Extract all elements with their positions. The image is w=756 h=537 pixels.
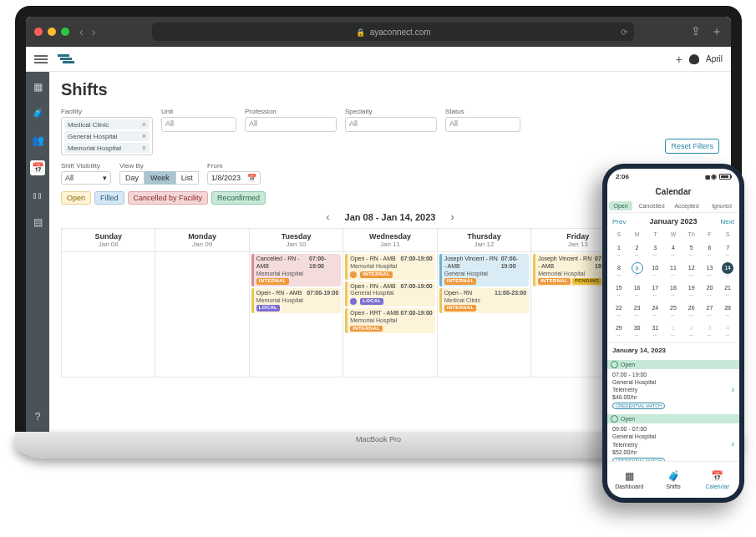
next-month-button[interactable]: Next (721, 218, 734, 225)
add-button[interactable]: + (676, 53, 682, 66)
viewby-list-button[interactable]: List (175, 171, 199, 185)
profession-select[interactable]: All (245, 117, 337, 132)
shift-list-item[interactable]: Open 09:00 - 07:00 General Hospital Tele… (607, 412, 739, 461)
share-icon[interactable]: ⇪ (691, 24, 701, 39)
calendar-day[interactable]: 1•• (610, 240, 628, 259)
calendar-day[interactable]: 21•• (718, 280, 737, 299)
back-icon[interactable]: ‹ (79, 25, 84, 38)
prev-month-button[interactable]: Prev (612, 218, 626, 225)
forward-icon[interactable]: › (92, 25, 96, 38)
calendar-day[interactable]: 23•• (628, 300, 647, 319)
from-date-input[interactable]: 1/8/2023📅 (207, 171, 261, 185)
day-cell-tue[interactable]: Cancelled - RN - AMB07:00-19:00 Memorial… (250, 252, 343, 377)
calendar-day[interactable]: 31•• (646, 320, 664, 339)
status-select[interactable]: All (445, 117, 520, 132)
phone-tab-ignored[interactable]: Ignored (704, 200, 739, 212)
sidebar-people-icon[interactable]: 👥 (31, 134, 44, 147)
day-header: WednesdayJan 11 (343, 229, 437, 252)
sidebar-calendar-icon[interactable]: 📅 (30, 160, 45, 175)
reset-filters-button[interactable]: Reset Filters (665, 139, 719, 154)
pill-open[interactable]: Open (61, 191, 91, 205)
calendar-day[interactable]: 13•• (701, 260, 719, 279)
calendar-day[interactable]: 25•• (664, 300, 682, 319)
address-bar[interactable]: ayaconnect.com ⟳ (152, 23, 634, 41)
calendar-day[interactable]: 2•• (628, 240, 647, 259)
calendar-day[interactable]: 9•• (628, 260, 647, 279)
viewby-day-button[interactable]: Day (119, 171, 145, 185)
calendar-day[interactable]: 5•• (682, 240, 701, 259)
day-cell-thu[interactable]: Joseph Vincent - RN - AMB07:00-19:00 Gen… (438, 252, 531, 377)
calendar-day[interactable]: 3•• (646, 240, 664, 259)
shift-card[interactable]: Joseph Vincent - RN - AMB07:00-19:00 Gen… (439, 254, 529, 286)
reload-icon[interactable]: ⟳ (621, 28, 627, 37)
day-cell-mon[interactable] (155, 252, 249, 377)
sidebar-reports-icon[interactable]: ⫾⫾ (31, 189, 44, 202)
close-icon[interactable] (34, 28, 43, 36)
calendar-day[interactable]: 11•• (664, 260, 682, 279)
sidebar-help-icon[interactable]: ? (31, 410, 44, 423)
calendar-day[interactable]: 24•• (646, 300, 664, 319)
calendar-day[interactable]: 4•• (718, 320, 737, 339)
remove-chip-icon[interactable]: × (142, 144, 146, 152)
specialty-select[interactable]: All (345, 117, 437, 132)
calendar-day[interactable]: 6•• (701, 240, 719, 259)
next-week-icon[interactable]: › (450, 211, 454, 223)
phone-tab-accepted[interactable]: Accepted (669, 200, 704, 212)
phone-tab-open[interactable]: Open (609, 201, 632, 210)
calendar-day[interactable]: 7•• (718, 240, 737, 259)
calendar-day[interactable]: 15•• (610, 280, 628, 299)
prev-week-icon[interactable]: ‹ (327, 211, 330, 223)
calendar-day[interactable]: 8•• (610, 260, 628, 279)
remove-chip-icon[interactable]: × (142, 120, 146, 129)
facility-select[interactable]: Medical Clinic× General Hospital× Memori… (61, 117, 153, 155)
tabbar-dashboard[interactable]: ▦Dashboard (607, 462, 652, 498)
phone-tab-cancelled[interactable]: Cancelled (634, 200, 669, 212)
shift-card[interactable]: Open - RN - AMB07:00-19:00 Memorial Hosp… (251, 288, 341, 313)
calendar-day[interactable]: 17•• (646, 280, 664, 299)
shift-card[interactable]: Cancelled - RN - AMB07:00-19:00 Memorial… (251, 254, 341, 286)
calendar-day[interactable]: 10•• (646, 260, 664, 279)
shift-list-item[interactable]: Open 07:00 - 19:00 General Hospital Tele… (607, 357, 739, 412)
calendar-day[interactable]: 19•• (682, 280, 701, 299)
new-tab-icon[interactable]: ＋ (711, 24, 723, 39)
sidebar-documents-icon[interactable]: ▤ (31, 215, 44, 229)
menu-icon[interactable] (34, 55, 48, 63)
calendar-day[interactable]: 2•• (682, 320, 701, 339)
shift-visibility-select[interactable]: All ▾ (61, 171, 111, 185)
browser-nav: ‹ › (79, 25, 95, 38)
day-cell-sun[interactable] (62, 252, 155, 377)
shift-card[interactable]: Open - RRT - AMB07:00-19:00 Memorial Hos… (345, 308, 434, 333)
user-name[interactable]: April (706, 54, 723, 63)
tabbar-calendar[interactable]: 📅Calendar (695, 462, 739, 498)
calendar-day[interactable]: 28•• (718, 300, 737, 319)
minimize-icon[interactable] (48, 28, 56, 36)
shift-card[interactable]: Open - RN - AMB07:00-19:00 Memorial Hosp… (345, 254, 434, 280)
shift-card[interactable]: Open - RN - AMB07:00-19:00 General Hospi… (345, 281, 434, 307)
viewby-week-button[interactable]: Week (145, 171, 175, 185)
calendar-day[interactable]: 14•• (718, 260, 737, 279)
calendar-day[interactable]: 26•• (682, 300, 701, 319)
calendar-day[interactable]: 3•• (701, 320, 719, 339)
day-cell-wed[interactable]: Open - RN - AMB07:00-19:00 Memorial Hosp… (343, 252, 437, 377)
sidebar-dashboard-icon[interactable]: ▦ (31, 80, 44, 94)
pill-cancelled[interactable]: Cancelled by Facility (128, 191, 209, 205)
calendar-day[interactable]: 12•• (682, 260, 701, 279)
tabbar-shifts[interactable]: 🧳Shifts (652, 462, 696, 498)
calendar-day[interactable]: 30•• (628, 320, 647, 339)
calendar-day[interactable]: 4•• (664, 240, 682, 259)
user-icon[interactable] (689, 54, 699, 64)
pill-reconfirmed[interactable]: Reconfirmed (211, 191, 266, 205)
calendar-day[interactable]: 29•• (610, 320, 628, 339)
calendar-day[interactable]: 22•• (610, 300, 628, 319)
remove-chip-icon[interactable]: × (142, 132, 146, 140)
unit-select[interactable]: All (161, 117, 236, 132)
shift-card[interactable]: Open - RN11:00-23:00 Medical Clinic INTE… (439, 288, 529, 313)
calendar-day[interactable]: 16•• (628, 280, 647, 299)
maximize-icon[interactable] (61, 28, 69, 36)
calendar-day[interactable]: 20•• (701, 280, 719, 299)
sidebar-jobs-icon[interactable]: 🧳 (31, 107, 44, 120)
calendar-day[interactable]: 1•• (664, 320, 682, 339)
calendar-day[interactable]: 27•• (701, 300, 719, 319)
calendar-day[interactable]: 18•• (664, 280, 682, 299)
pill-filled[interactable]: Filled (94, 191, 124, 205)
